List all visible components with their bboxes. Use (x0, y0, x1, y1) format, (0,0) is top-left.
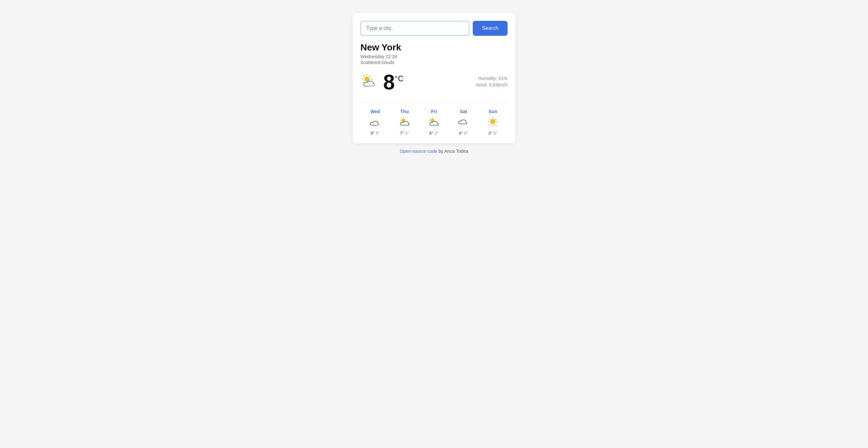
wind: Wind: 9.83km/h (476, 82, 507, 88)
open-source-link[interactable]: Open-source code (400, 148, 437, 154)
svg-line-5 (363, 75, 364, 76)
forecast-label-thu: Thu (400, 109, 409, 114)
svg-line-14 (401, 119, 401, 119)
forecast-icon-thu (399, 117, 410, 128)
svg-line-27 (496, 119, 496, 119)
current-weather-icon (361, 72, 379, 92)
forecast-icon-sat (458, 117, 469, 128)
humidity: Humidity: 61% (476, 76, 507, 81)
svg-line-8 (363, 82, 364, 82)
forecast-temps-fri: 6° 2° (429, 131, 439, 136)
temp-unit: °C (395, 74, 404, 83)
datetime: Wednesday 22:34 (361, 54, 507, 59)
forecast-icon-fri (429, 117, 439, 128)
forecast-icon-sun (487, 117, 498, 128)
forecast-temps-sat: 4° 0° (459, 131, 468, 136)
forecast-day-wed: Wed 9° 5° (361, 109, 390, 136)
forecast-icon-wed (370, 117, 380, 128)
forecast-temps-sun: 3° 0° (488, 131, 498, 136)
forecast-label-wed: Wed (371, 109, 380, 114)
condition: Scattered clouds (361, 60, 507, 65)
svg-point-20 (491, 119, 495, 124)
forecast-row: Wed 9° 5° Thu (361, 102, 507, 136)
forecast-label-sat: Sat (460, 109, 467, 114)
current-weather: 8°C Humidity: 61% Wind: 9.83km/h (361, 70, 507, 94)
forecast-temps-wed: 9° 5° (371, 131, 380, 136)
temperature-display: 8°C (383, 70, 404, 94)
forecast-day-sun: Sun 3° 0° (478, 109, 507, 136)
svg-line-25 (490, 119, 490, 119)
search-input[interactable] (361, 21, 469, 36)
temp-value: 8 (383, 70, 395, 94)
svg-point-10 (375, 126, 375, 127)
search-row: Search (361, 21, 507, 36)
forecast-day-thu: Thu 7° 2° (390, 109, 419, 136)
footer-suffix: by Anca Todea (437, 148, 468, 154)
svg-line-18 (430, 119, 431, 119)
weather-stats: Humidity: 61% Wind: 9.83km/h (476, 76, 507, 89)
forecast-day-fri: Fri 6° 2° (420, 109, 448, 136)
svg-point-11 (376, 126, 377, 127)
footer: Open-source code by Anca Todea (400, 148, 468, 154)
temp-icon-row: 8°C (361, 70, 404, 94)
svg-point-9 (373, 126, 374, 127)
forecast-label-fri: Fri (431, 109, 437, 114)
svg-line-7 (370, 75, 371, 76)
city-name: New York (361, 42, 507, 53)
svg-point-0 (365, 77, 369, 81)
svg-line-28 (490, 125, 490, 126)
forecast-label-sun: Sun (489, 109, 497, 114)
search-button[interactable]: Search (473, 21, 507, 36)
forecast-temps-thu: 7° 2° (400, 131, 409, 136)
weather-card: Search New York Wednesday 22:34 Scattere… (352, 13, 516, 143)
svg-line-26 (496, 125, 496, 126)
forecast-day-sat: Sat 4° 0° (448, 109, 478, 136)
